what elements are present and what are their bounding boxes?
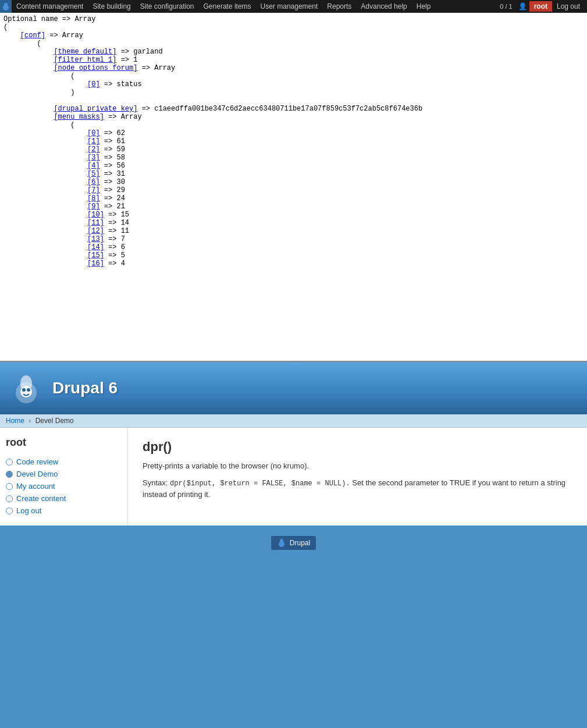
drupal-site: Drupal 6 Home › Devel Demo root Code rev… <box>0 362 587 728</box>
site-header: Drupal 6 <box>0 362 587 414</box>
nav-user-management[interactable]: User management <box>256 0 323 13</box>
root-button[interactable]: root <box>529 1 552 12</box>
page-syntax: Syntax: dpr($input, $return = FALSE, $na… <box>143 477 572 500</box>
breadcrumb-separator: › <box>29 417 31 425</box>
bullet-icon <box>6 507 13 514</box>
user-icon: 👤 <box>516 1 529 12</box>
sidebar-link-my-account[interactable]: My account <box>16 482 55 491</box>
syntax-code: dpr($input, $return = FALSE, $name = NUL… <box>170 480 350 488</box>
sidebar-link-devel-demo[interactable]: Devel Demo <box>16 470 58 478</box>
svg-point-1 <box>4 3 8 6</box>
sidebar-item-create-content[interactable]: Create content <box>6 492 122 505</box>
admin-bar: Content management Site building Site co… <box>0 0 587 13</box>
sidebar-username: root <box>6 436 122 449</box>
alert-count: 0 / 1 <box>496 2 515 11</box>
nav-reports[interactable]: Reports <box>322 0 356 13</box>
nav-generate-items[interactable]: Generate items <box>199 0 256 13</box>
bullet-icon <box>6 483 13 490</box>
drupal-logo <box>9 371 44 406</box>
page-title: dpr() <box>143 439 572 454</box>
sidebar-link-log-out[interactable]: Log out <box>16 506 41 515</box>
sidebar-link-create-content[interactable]: Create content <box>16 494 66 503</box>
nav-site-building[interactable]: Site building <box>88 0 135 13</box>
bullet-icon <box>6 495 13 502</box>
nav-advanced-help[interactable]: Advanced help <box>356 0 411 13</box>
content-wrapper: root Code review Devel Demo My account C… <box>0 428 587 525</box>
nav-help[interactable]: Help <box>412 0 436 13</box>
breadcrumb-home[interactable]: Home <box>6 417 24 425</box>
nav-site-configuration[interactable]: Site configuration <box>136 0 199 13</box>
breadcrumb-bar: Home › Devel Demo <box>0 414 587 428</box>
page-description: Pretty-prints a variable to the browser … <box>143 461 572 470</box>
breadcrumb-current: Devel Demo <box>35 417 74 425</box>
svg-point-8 <box>280 539 283 544</box>
nav-content-management[interactable]: Content management <box>12 0 88 13</box>
syntax-label: Syntax: <box>143 478 168 487</box>
main-content: dpr() Pretty-prints a variable to the br… <box>128 428 587 525</box>
site-title: Drupal 6 <box>52 379 118 397</box>
bullet-filled-icon <box>6 471 13 478</box>
logout-button[interactable]: Log out <box>552 1 585 12</box>
debug-output[interactable]: Optional name => Array ( [conf] => Array… <box>0 13 587 362</box>
sidebar-item-my-account[interactable]: My account <box>6 480 122 492</box>
sidebar-item-code-review[interactable]: Code review <box>6 456 122 468</box>
site-footer: Drupal <box>0 525 587 560</box>
sidebar-link-code-review[interactable]: Code review <box>16 457 58 466</box>
below-footer <box>0 560 587 728</box>
admin-right-section: 0 / 1 👤 root Log out <box>496 1 587 12</box>
powered-by-badge: Drupal <box>271 536 316 550</box>
svg-point-6 <box>27 388 30 392</box>
drupal-logo-icon <box>0 0 12 13</box>
sidebar: root Code review Devel Demo My account C… <box>0 428 128 525</box>
powered-by-label: Drupal <box>290 539 310 547</box>
sidebar-item-log-out[interactable]: Log out <box>6 505 122 517</box>
bullet-icon <box>6 459 13 466</box>
admin-nav-items: Content management Site building Site co… <box>12 0 496 13</box>
svg-point-5 <box>22 388 26 392</box>
sidebar-item-devel-demo[interactable]: Devel Demo <box>6 468 122 480</box>
